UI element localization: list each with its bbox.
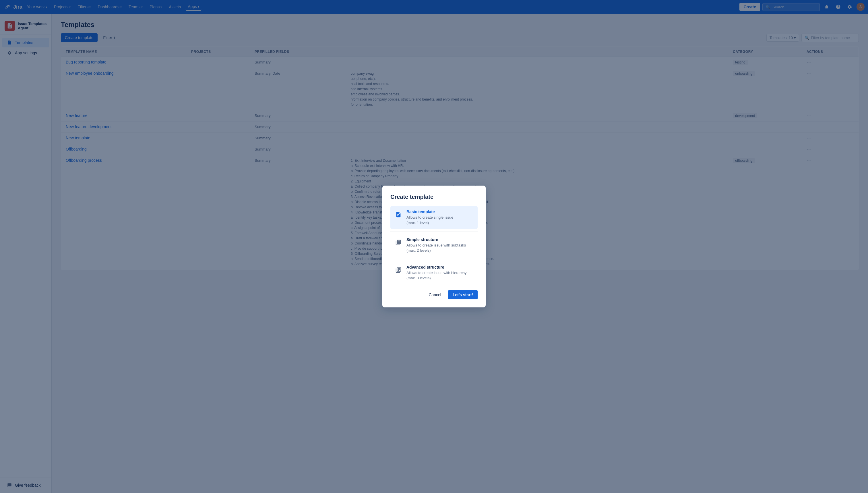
cancel-button[interactable]: Cancel [425, 290, 445, 299]
advanced-icon [394, 265, 403, 275]
modal-option-simple[interactable]: Simple structure Allows to create issue … [390, 234, 478, 257]
lets-start-button[interactable]: Let's start! [448, 290, 478, 299]
modal-title: Create template [390, 194, 478, 200]
create-template-modal: Create template Basic template Allows to… [382, 186, 486, 307]
modal-option-basic[interactable]: Basic template Allows to create single i… [390, 206, 478, 229]
basic-icon [394, 210, 403, 219]
modal-overlay[interactable]: Create template Basic template Allows to… [0, 0, 868, 493]
simple-icon [394, 238, 403, 247]
modal-footer: Cancel Let's start! [390, 290, 478, 299]
modal-options: Basic template Allows to create single i… [390, 206, 478, 284]
modal-option-advanced[interactable]: Advanced structure Allows to create issu… [390, 261, 478, 284]
